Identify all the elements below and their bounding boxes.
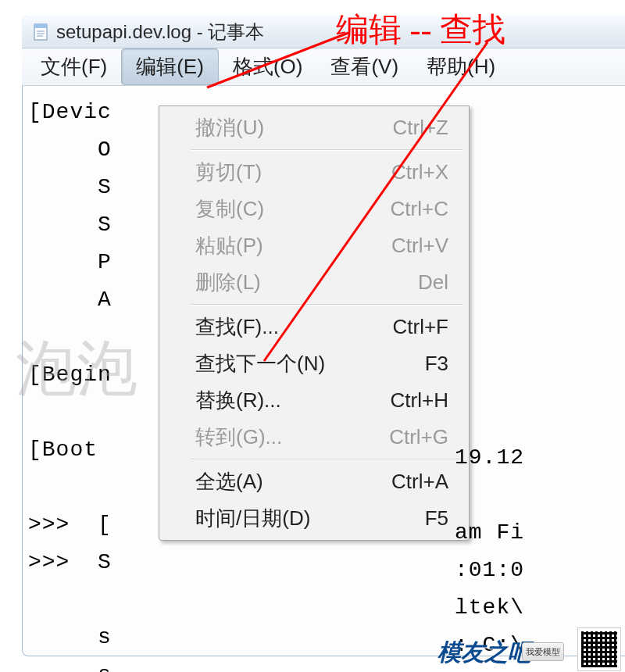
menu-item-shortcut: Ctrl+G <box>389 425 448 449</box>
menu-item[interactable]: 替换(R)...Ctrl+H <box>161 382 467 419</box>
footer-badge: 我爱模型 <box>522 642 564 661</box>
menu-item-label: 替换(R)... <box>195 387 281 414</box>
menu-item-label: 查找(F)... <box>195 313 279 341</box>
menu-item-label: 复制(C) <box>195 195 264 223</box>
menu-item[interactable]: 查找下一个(N)F3 <box>161 345 467 382</box>
menu-edit[interactable]: 编辑(E) <box>121 48 219 85</box>
menu-item: 粘贴(P)Ctrl+V <box>161 227 467 264</box>
menu-separator <box>191 149 462 151</box>
menu-item-label: 撤消(U) <box>195 114 264 141</box>
menu-item: 删除(L)Del <box>161 264 467 301</box>
menu-item-shortcut: F3 <box>425 352 448 376</box>
menu-format[interactable]: 格式(O) <box>219 48 317 85</box>
menu-view[interactable]: 查看(V) <box>316 48 412 85</box>
menu-item-label: 删除(L) <box>195 269 261 296</box>
menu-item-label: 剪切(T) <box>195 159 262 186</box>
menu-item-shortcut: Ctrl+F <box>393 315 449 339</box>
menu-separator <box>191 459 462 460</box>
menu-item-shortcut: Del <box>418 270 448 295</box>
svg-rect-1 <box>34 24 47 28</box>
menu-item: 剪切(T)Ctrl+X <box>161 154 467 191</box>
menu-separator <box>191 304 462 306</box>
titlebar: setupapi.dev.log - 记事本 <box>22 16 625 48</box>
menu-item-shortcut: Ctrl+A <box>391 470 448 494</box>
notepad-window: setupapi.dev.log - 记事本 文件(F) 编辑(E) 格式(O)… <box>22 16 625 656</box>
menu-item: 转到(G)...Ctrl+G <box>161 419 467 456</box>
menu-item: 撤消(U)Ctrl+Z <box>161 109 467 146</box>
window-title: setupapi.dev.log - 记事本 <box>56 20 264 45</box>
menu-item-label: 粘贴(P) <box>195 232 263 259</box>
footer-logo: 模友之吧 <box>438 637 531 669</box>
menu-item-label: 时间/日期(D) <box>195 505 310 532</box>
menu-item[interactable]: 全选(A)Ctrl+A <box>161 463 467 500</box>
menu-item-shortcut: Ctrl+V <box>391 234 448 258</box>
menu-item-label: 全选(A) <box>195 468 263 495</box>
menu-item-shortcut: Ctrl+H <box>391 388 448 413</box>
menu-help[interactable]: 帮助(H) <box>412 48 509 85</box>
menu-item-shortcut: Ctrl+C <box>391 197 448 221</box>
menu-item: 复制(C)Ctrl+C <box>161 191 467 227</box>
menu-item[interactable]: 时间/日期(D)F5 <box>161 500 467 537</box>
menu-item-shortcut: Ctrl+Z <box>393 116 449 140</box>
menu-item-label: 查找下一个(N) <box>195 350 325 377</box>
menu-item-shortcut: Ctrl+X <box>391 160 448 184</box>
edit-dropdown: 撤消(U)Ctrl+Z剪切(T)Ctrl+X复制(C)Ctrl+C粘贴(P)Ct… <box>159 105 470 541</box>
annotation-text: 编辑 -- 查找 <box>336 8 505 52</box>
menu-item-label: 转到(G)... <box>195 424 282 451</box>
menu-file[interactable]: 文件(F) <box>27 48 121 85</box>
menu-item-shortcut: F5 <box>425 506 448 531</box>
menu-item[interactable]: 查找(F)...Ctrl+F <box>161 309 467 345</box>
menubar: 文件(F) 编辑(E) 格式(O) 查看(V) 帮助(H) <box>22 48 625 86</box>
notepad-icon <box>33 23 48 41</box>
text-area-right: 19.12 am Fi :01:0 ltek\ : C:\ packa <box>455 102 524 672</box>
footer-qr-icon <box>578 628 620 670</box>
